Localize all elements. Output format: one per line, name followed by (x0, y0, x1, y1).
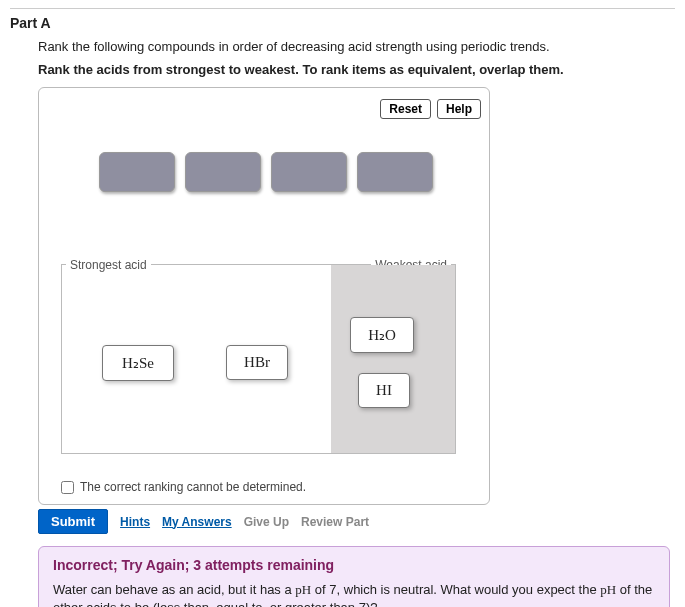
reset-button[interactable]: Reset (380, 99, 431, 119)
chip-hbr[interactable]: HBr (226, 345, 288, 380)
cannot-determine-checkbox[interactable] (61, 481, 74, 494)
empty-slot[interactable] (271, 152, 347, 192)
chip-h2o[interactable]: H₂O (350, 317, 414, 353)
chip-hi[interactable]: HI (358, 373, 410, 408)
cannot-determine-label: The correct ranking cannot be determined… (80, 480, 306, 494)
instruction-bold: Rank the acids from strongest to weakest… (38, 62, 675, 77)
strongest-label: Strongest acid (66, 258, 151, 272)
feedback-title: Incorrect; Try Again; 3 attempts remaini… (53, 557, 655, 573)
ranking-canvas: Reset Help Strongest acid Weakest acid H… (38, 87, 490, 505)
hints-link[interactable]: Hints (120, 515, 150, 529)
feedback-text: of 7, which is neutral. What would you e… (311, 582, 600, 597)
give-up-link[interactable]: Give Up (244, 515, 289, 529)
submit-button[interactable]: Submit (38, 509, 108, 534)
weakest-column-shade (331, 265, 455, 453)
empty-slot[interactable] (357, 152, 433, 192)
feedback-text: Water can behave as an acid, but it has … (53, 582, 295, 597)
empty-slot[interactable] (99, 152, 175, 192)
help-button[interactable]: Help (437, 99, 481, 119)
empty-slots-row (39, 124, 489, 234)
feedback-body: Water can behave as an acid, but it has … (53, 581, 655, 607)
empty-slot[interactable] (185, 152, 261, 192)
my-answers-link[interactable]: My Answers (162, 515, 232, 529)
ph-text: pH (295, 582, 311, 597)
ph-text: pH (600, 582, 616, 597)
feedback-panel: Incorrect; Try Again; 3 attempts remaini… (38, 546, 670, 607)
instruction-text: Rank the following compounds in order of… (38, 39, 675, 54)
review-part-link[interactable]: Review Part (301, 515, 369, 529)
rank-drop-area[interactable]: Strongest acid Weakest acid H₂Se HBr H₂O… (61, 264, 456, 454)
chip-h2se[interactable]: H₂Se (102, 345, 174, 381)
part-label: Part A (10, 15, 675, 31)
